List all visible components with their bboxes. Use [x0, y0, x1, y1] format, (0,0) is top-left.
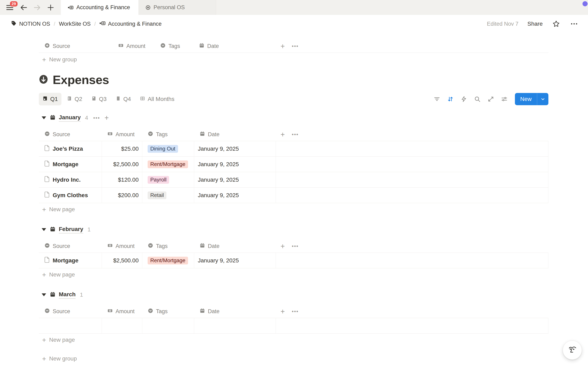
add-column-icon[interactable]: + [281, 243, 285, 250]
add-column-icon[interactable]: + [281, 131, 285, 138]
view-settings-icon[interactable] [499, 94, 510, 104]
sidebar-menu-icon[interactable]: 29 [5, 3, 14, 12]
group-name[interactable]: February [59, 226, 83, 234]
new-page-button[interactable]: + New page [39, 268, 548, 281]
new-page-button[interactable]: + New page [39, 203, 548, 216]
column-source[interactable]: Source [39, 43, 112, 50]
table-row[interactable]: Hydro Inc. $120.00 Payroll January 9, 20… [39, 172, 548, 188]
sort-icon[interactable] [445, 94, 456, 104]
disclosure-triangle-icon[interactable] [42, 228, 46, 231]
row-extra-cell[interactable] [276, 157, 548, 172]
expand-icon[interactable] [485, 94, 496, 104]
group-options-icon[interactable]: ••• [93, 115, 100, 121]
view-tab-q4[interactable]: Q4 [112, 93, 135, 105]
column-amount[interactable]: Amount [112, 43, 155, 50]
row-date[interactable]: January 9, 2025 [194, 188, 276, 203]
row-amount[interactable]: $120.00 [102, 172, 142, 187]
favorite-star-icon[interactable] [552, 19, 561, 28]
row-tags[interactable]: Dining Out [142, 141, 194, 156]
row-tags[interactable]: Payroll [142, 172, 194, 187]
new-group-button[interactable]: + New group [39, 53, 548, 66]
row-amount[interactable]: $2,500.00 [102, 157, 142, 172]
column-source[interactable]: Source [39, 131, 102, 138]
notion-ai-button[interactable] [563, 341, 582, 360]
breadcrumb-current[interactable]: Accounting & Finance [99, 20, 162, 27]
row-extra-cell[interactable] [276, 188, 548, 203]
table-row[interactable]: Mortgage $2,500.00 Rent/Mortgage January… [39, 253, 548, 268]
group-name[interactable]: March [59, 291, 76, 299]
column-date[interactable]: Date [194, 243, 276, 250]
view-tab-q3[interactable]: Q3 [87, 93, 110, 105]
row-source[interactable]: Gym Clothes [53, 192, 88, 199]
row-tags[interactable]: Rent/Mortgage [142, 157, 194, 172]
column-date[interactable]: Date [194, 308, 276, 315]
table-row[interactable] [39, 318, 548, 334]
new-button[interactable]: New [515, 93, 548, 105]
row-source[interactable]: Joe’s Pizza [53, 146, 83, 152]
table-row[interactable]: Mortgage $2,500.00 Rent/Mortgage January… [39, 157, 548, 172]
table-options-icon[interactable]: ••• [292, 131, 298, 138]
new-page-button[interactable]: + New page [39, 334, 548, 346]
row-extra-cell[interactable] [276, 141, 548, 156]
row-extra-cell[interactable] [276, 172, 548, 187]
breadcrumb-root[interactable]: NOTION OS [11, 20, 50, 28]
column-tags[interactable]: Tags [142, 308, 194, 315]
column-amount[interactable]: Amount [102, 243, 142, 250]
row-amount[interactable] [102, 318, 142, 333]
row-extra-cell[interactable] [276, 318, 548, 333]
column-source[interactable]: Source [39, 308, 102, 315]
view-tab-q1[interactable]: Q1 [39, 93, 61, 105]
tag-badge[interactable]: Rent/Mortgage [148, 257, 188, 264]
row-tags[interactable] [142, 318, 194, 333]
disclosure-triangle-icon[interactable] [42, 293, 46, 296]
tab-personal-os[interactable]: Personal OS [138, 0, 216, 15]
forward-button[interactable] [33, 3, 41, 12]
add-column-icon[interactable]: + [281, 308, 285, 315]
new-group-button[interactable]: + New group [39, 352, 548, 365]
row-date[interactable] [194, 318, 276, 333]
row-tags[interactable]: Retail [142, 188, 194, 203]
row-tags[interactable]: Rent/Mortgage [142, 253, 194, 268]
view-tab-all-months[interactable]: All Months [136, 93, 178, 105]
column-amount[interactable]: Amount [102, 131, 142, 138]
table-row[interactable]: Joe’s Pizza $25.00 Dining Out January 9,… [39, 141, 548, 157]
row-source[interactable]: Hydro Inc. [53, 176, 81, 183]
row-date[interactable]: January 9, 2025 [194, 172, 276, 187]
search-icon[interactable] [472, 94, 483, 104]
row-date[interactable]: January 9, 2025 [194, 141, 276, 156]
disclosure-triangle-icon[interactable] [42, 117, 46, 119]
table-options-icon[interactable]: ••• [292, 243, 298, 249]
row-source[interactable]: Mortgage [53, 161, 78, 167]
column-source[interactable]: Source [39, 243, 102, 250]
share-button[interactable]: Share [527, 21, 543, 27]
column-date[interactable]: Date [194, 131, 276, 138]
tab-accounting-finance[interactable]: Accounting & Finance [61, 0, 138, 15]
row-date[interactable]: January 9, 2025 [194, 253, 276, 268]
row-amount[interactable]: $25.00 [102, 141, 142, 156]
group-name[interactable]: January [59, 114, 81, 122]
tag-badge[interactable]: Rent/Mortgage [148, 160, 188, 168]
breadcrumb-worksite[interactable]: WorkSite OS [59, 21, 91, 27]
column-tags[interactable]: Tags [142, 243, 194, 250]
filter-icon[interactable] [432, 94, 442, 104]
tag-badge[interactable]: Dining Out [148, 145, 178, 153]
back-button[interactable] [20, 3, 28, 12]
column-date[interactable]: Date [193, 43, 276, 50]
row-extra-cell[interactable] [276, 253, 548, 268]
row-date[interactable]: January 9, 2025 [194, 157, 276, 172]
automation-zap-icon[interactable] [458, 94, 469, 104]
new-tab-icon[interactable] [47, 3, 55, 12]
more-options-icon[interactable] [570, 19, 579, 28]
row-amount[interactable]: $2,500.00 [102, 253, 142, 268]
group-add-icon[interactable]: + [104, 114, 109, 122]
table-options-icon[interactable]: ••• [292, 308, 298, 315]
tag-badge[interactable]: Payroll [148, 176, 169, 184]
new-button-label[interactable]: New [515, 93, 537, 105]
column-tags[interactable]: Tags [142, 131, 194, 138]
column-amount[interactable]: Amount [102, 308, 142, 315]
page-title[interactable]: Expenses [53, 73, 109, 87]
column-tags[interactable]: Tags [155, 43, 193, 50]
view-tab-q2[interactable]: Q2 [63, 93, 86, 105]
row-source[interactable]: Mortgage [53, 257, 78, 264]
table-row[interactable]: Gym Clothes $200.00 Retail January 9, 20… [39, 188, 548, 203]
